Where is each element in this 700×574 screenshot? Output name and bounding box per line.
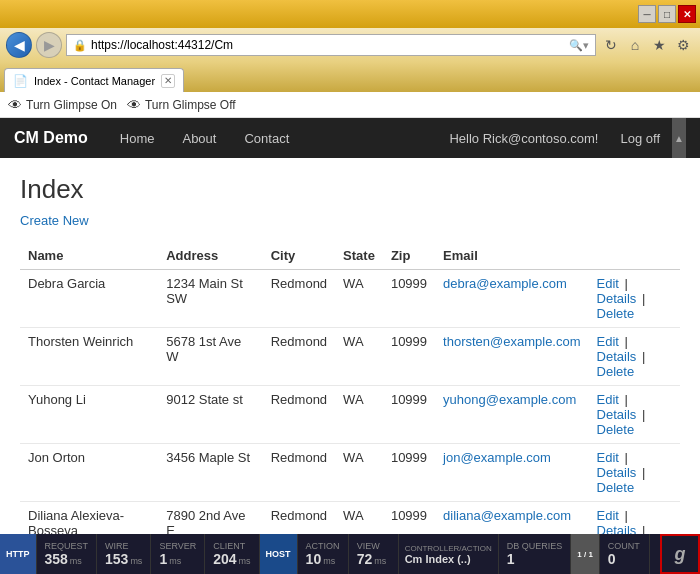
settings-icon[interactable]: ⚙ — [672, 34, 694, 56]
cell-email: yuhong@example.com — [435, 386, 588, 444]
table-body: Debra Garcia1234 Main St SWRedmondWA1099… — [20, 270, 680, 535]
details-link[interactable]: Details — [597, 523, 637, 534]
titlebar-buttons: ─ □ ✕ — [638, 5, 696, 23]
nav-home[interactable]: Home — [108, 123, 167, 154]
details-link[interactable]: Details — [597, 465, 637, 480]
maximize-button[interactable]: □ — [658, 5, 676, 23]
delete-link[interactable]: Delete — [597, 306, 635, 321]
table-row: Jon Orton3456 Maple StRedmondWA10999jon@… — [20, 444, 680, 502]
glimpse-on-label: Turn Glimpse On — [26, 98, 117, 112]
cell-name: Debra Garcia — [20, 270, 158, 328]
separator: | — [638, 523, 645, 534]
cell-actions: Edit | Details |Delete — [589, 386, 680, 444]
nav-contact[interactable]: Contact — [232, 123, 301, 154]
back-button[interactable]: ◀ — [6, 32, 32, 58]
details-link[interactable]: Details — [597, 407, 637, 422]
stat-server: Server 1 ms — [151, 534, 205, 574]
cell-city: Redmond — [263, 444, 335, 502]
logoff-link[interactable]: Log off — [608, 123, 672, 154]
action-row-2: Delete — [597, 480, 672, 495]
table-header: Name Address City State Zip Email — [20, 242, 680, 270]
favorites-icon[interactable]: ★ — [648, 34, 670, 56]
separator: | — [621, 450, 628, 465]
email-link[interactable]: thorsten@example.com — [443, 334, 580, 349]
cell-address: 3456 Maple St — [158, 444, 263, 502]
toolbar-icons: ↻ ⌂ ★ ⚙ — [600, 34, 694, 56]
cell-zip: 10999 — [383, 386, 435, 444]
table-row: Thorsten Weinrich5678 1st Ave WRedmondWA… — [20, 328, 680, 386]
edit-link[interactable]: Edit — [597, 276, 619, 291]
create-new-link[interactable]: Create New — [20, 213, 680, 228]
delete-link[interactable]: Delete — [597, 480, 635, 495]
nav-links: Home About Contact — [108, 123, 450, 154]
glimpse-logo-button[interactable]: g — [660, 534, 700, 574]
cell-actions: Edit | Details |Delete — [589, 328, 680, 386]
glimpse-on-icon: 👁 — [8, 97, 22, 113]
cell-address: 9012 State st — [158, 386, 263, 444]
cell-email: debra@example.com — [435, 270, 588, 328]
glimpse-off-label: Turn Glimpse Off — [145, 98, 236, 112]
action-row-2: Delete — [597, 422, 672, 437]
tab-close-button[interactable]: ✕ — [161, 74, 175, 88]
cell-name: Jon Orton — [20, 444, 158, 502]
stat-client: Client 204 ms — [205, 534, 259, 574]
edit-link[interactable]: Edit — [597, 334, 619, 349]
cell-state: WA — [335, 328, 383, 386]
edit-link[interactable]: Edit — [597, 508, 619, 523]
cell-state: WA — [335, 444, 383, 502]
forward-button[interactable]: ▶ — [36, 32, 62, 58]
cell-city: Redmond — [263, 502, 335, 535]
cell-zip: 10999 — [383, 328, 435, 386]
separator: | — [621, 276, 628, 291]
glimpse-bottom-bar: HTTP Request 358 ms Wire 153 ms Server 1… — [0, 534, 700, 574]
details-link[interactable]: Details — [597, 291, 637, 306]
cell-address: 1234 Main St SW — [158, 270, 263, 328]
nav-about[interactable]: About — [170, 123, 228, 154]
http-badge: HTTP — [0, 534, 37, 574]
main-content: Index Create New Name Address City State… — [0, 158, 700, 534]
stat-count: Count 0 — [600, 534, 650, 574]
col-zip: Zip — [383, 242, 435, 270]
nav-scrollbar[interactable]: ▲ — [672, 118, 686, 158]
minimize-button[interactable]: ─ — [638, 5, 656, 23]
delete-link[interactable]: Delete — [597, 364, 635, 379]
refresh-icon[interactable]: ↻ — [600, 34, 622, 56]
page-title: Index — [20, 174, 680, 205]
close-button[interactable]: ✕ — [678, 5, 696, 23]
action-row-1: Edit | Details | — [597, 276, 672, 306]
cell-state: WA — [335, 270, 383, 328]
browser-tab[interactable]: 📄 Index - Contact Manager ✕ — [4, 68, 184, 92]
lock-icon: 🔒 — [73, 39, 87, 52]
cell-city: Redmond — [263, 270, 335, 328]
edit-link[interactable]: Edit — [597, 392, 619, 407]
edit-link[interactable]: Edit — [597, 450, 619, 465]
delete-link[interactable]: Delete — [597, 422, 635, 437]
glimpse-on-button[interactable]: 👁 Turn Glimpse On — [8, 97, 117, 113]
email-link[interactable]: debra@example.com — [443, 276, 567, 291]
tab-title: Index - Contact Manager — [34, 75, 155, 87]
search-icon: 🔍▾ — [569, 39, 589, 52]
table-row: Diliana Alexieva-Bosseva7890 2nd Ave ERe… — [20, 502, 680, 535]
user-greeting: Hello Rick@contoso.com! — [449, 131, 598, 146]
host-badge: HOST — [260, 534, 298, 574]
app-nav: CM Demo Home About Contact Hello Rick@co… — [0, 118, 700, 158]
cell-email: thorsten@example.com — [435, 328, 588, 386]
separator: | — [638, 465, 645, 480]
email-link[interactable]: yuhong@example.com — [443, 392, 576, 407]
details-link[interactable]: Details — [597, 349, 637, 364]
cell-actions: Edit | Details |Delete — [589, 502, 680, 535]
address-input[interactable] — [91, 38, 565, 52]
stat-controller-action: Controller/Action Cm Index (..) — [399, 534, 499, 574]
glimpse-off-button[interactable]: 👁 Turn Glimpse Off — [127, 97, 236, 113]
tab-bar: 📄 Index - Contact Manager ✕ — [0, 62, 700, 92]
glimpse-off-icon: 👁 — [127, 97, 141, 113]
cell-name: Yuhong Li — [20, 386, 158, 444]
action-row-1: Edit | Details | — [597, 334, 672, 364]
email-link[interactable]: jon@example.com — [443, 450, 551, 465]
cell-zip: 10999 — [383, 270, 435, 328]
action-row-1: Edit | Details | — [597, 450, 672, 480]
app-brand[interactable]: CM Demo — [14, 129, 88, 147]
home-icon[interactable]: ⌂ — [624, 34, 646, 56]
email-link[interactable]: diliana@example.com — [443, 508, 571, 523]
col-email: Email — [435, 242, 588, 270]
